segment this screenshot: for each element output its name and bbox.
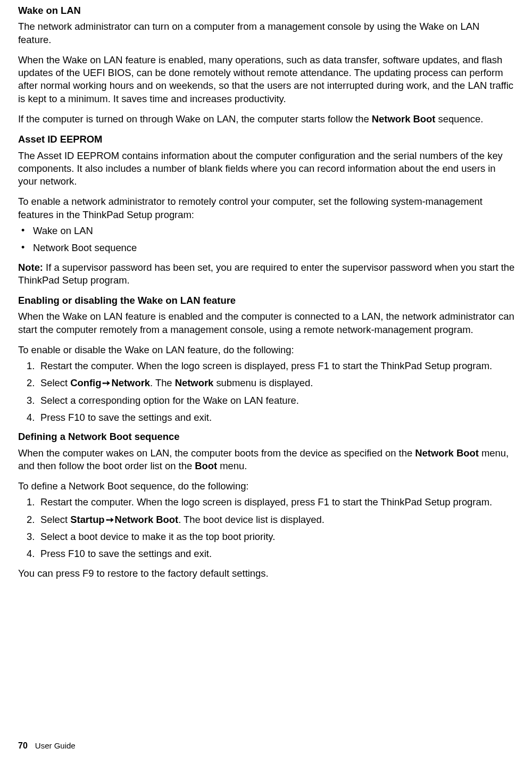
list-item: Press F10 to save the settings and exit.: [27, 411, 515, 424]
para-boot-3: You can press F9 to restore to the facto…: [18, 567, 515, 580]
para-boot-1: When the computer wakes on LAN, the comp…: [18, 447, 515, 473]
numbered-list-enable: Restart the computer. When the logo scre…: [27, 360, 515, 424]
doc-title: User Guide: [35, 741, 76, 750]
step2c: Network: [111, 377, 150, 388]
para-asset-1: The Asset ID EEPROM contains information…: [18, 149, 515, 188]
step2a: Select: [40, 377, 70, 388]
heading-define-boot: Defining a Network Boot sequence: [18, 430, 515, 443]
list-item: Select Config ➙ Network. The Network sub…: [27, 377, 515, 389]
list-item: Restart the computer. When the logo scre…: [27, 496, 515, 509]
bullet-list-features: Wake on LAN Network Boot sequence: [21, 224, 515, 255]
numbered-list-boot: Restart the computer. When the logo scre…: [27, 496, 515, 560]
para-asset-2: To enable a network administrator to rem…: [18, 195, 515, 221]
step2a: Select: [40, 514, 70, 525]
list-item: Press F10 to save the settings and exit.: [27, 547, 515, 560]
step2f: submenu is displayed.: [213, 377, 313, 388]
step2d: . The boot device list is displayed.: [178, 514, 325, 525]
step2b: Config: [70, 377, 101, 388]
list-item: Select a boot device to make it as the t…: [27, 530, 515, 543]
para-wol-3b: Network Boot: [372, 113, 436, 124]
p1d: Boot: [195, 460, 217, 471]
step2e: Network: [175, 377, 214, 388]
step2d: . The: [150, 377, 175, 388]
list-item: Select Startup ➙ Network Boot. The boot …: [27, 513, 515, 526]
note-body: If a supervisor password has been set, y…: [18, 262, 514, 286]
para-enable-2: To enable or disable the Wake on LAN fea…: [18, 344, 515, 356]
page-number: 70: [18, 741, 28, 750]
note-label: Note:: [18, 262, 46, 273]
para-wol-3c: sequence.: [435, 113, 483, 124]
arrow-right-icon: ➙: [105, 513, 115, 526]
para-note: Note: If a supervisor password has been …: [18, 261, 515, 287]
p1b: Network Boot: [415, 447, 479, 459]
para-wol-2: When the Wake on LAN feature is enabled,…: [18, 54, 515, 105]
list-item: Select a corresponding option for the Wa…: [27, 394, 515, 407]
page-footer: 70User Guide: [18, 740, 76, 751]
p1e: menu.: [217, 460, 247, 471]
list-item: Network Boot sequence: [21, 242, 515, 254]
step2b: Startup: [70, 514, 104, 525]
list-item: Restart the computer. When the logo scre…: [27, 360, 515, 372]
heading-enable-wol: Enabling or disabling the Wake on LAN fe…: [18, 294, 515, 307]
para-boot-2: To define a Network Boot sequence, do th…: [18, 480, 515, 493]
para-enable-1: When the Wake on LAN feature is enabled …: [18, 310, 515, 336]
para-wol-1: The network administrator can turn on a …: [18, 20, 515, 46]
para-wol-3a: If the computer is turned on through Wak…: [18, 113, 372, 124]
heading-asset-id: Asset ID EEPROM: [18, 133, 515, 146]
list-item: Wake on LAN: [21, 224, 515, 237]
arrow-right-icon: ➙: [101, 377, 111, 389]
step2c: Network Boot: [115, 514, 179, 525]
para-wol-3: If the computer is turned on through Wak…: [18, 113, 515, 126]
p1a: When the computer wakes on LAN, the comp…: [18, 447, 415, 459]
heading-wake-on-lan: Wake on LAN: [18, 4, 515, 17]
